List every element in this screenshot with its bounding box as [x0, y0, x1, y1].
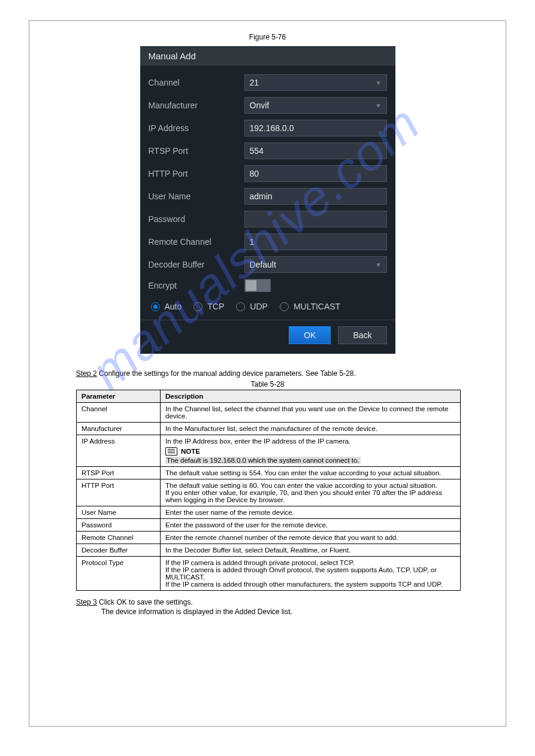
step-2: Step 2 Configure the settings for the ma…	[76, 369, 506, 378]
param-remote: Remote Channel	[77, 532, 161, 544]
encrypt-toggle[interactable]	[244, 279, 271, 292]
step2-text: Configure the settings for the manual ad…	[99, 369, 356, 378]
rtsp-port-value: 554	[250, 146, 264, 156]
step3-label: Step 3	[76, 598, 97, 606]
http-port-label: HTTP Port	[149, 169, 244, 178]
manufacturer-value: Onvif	[250, 101, 270, 110]
username-value: admin	[250, 192, 273, 201]
password-label: Password	[149, 214, 244, 224]
ip-address-input[interactable]: 192.168.0.0	[244, 120, 387, 136]
protocol-radio-group: Auto TCP UDP MULTICAST	[149, 298, 387, 320]
back-button[interactable]: Back	[338, 326, 386, 344]
http-port-value: 80	[250, 169, 259, 178]
param-user: User Name	[77, 506, 161, 519]
ip-address-label: IP Address	[149, 123, 244, 133]
table-caption: Table 5-28	[29, 380, 506, 388]
radio-multicast[interactable]	[280, 302, 289, 311]
table-row: Channel In the Channel list, select the …	[77, 403, 461, 423]
radio-auto-label: Auto	[165, 302, 182, 311]
param-pass: Password	[77, 519, 161, 532]
remote-channel-label: Remote Channel	[149, 237, 244, 247]
desc-protocol: If the IP camera is added through privat…	[161, 557, 461, 591]
table-row: Manufacturer In the Manufacturer list, s…	[77, 423, 461, 435]
desc-pass: Enter the password of the user for the r…	[161, 519, 461, 532]
step3-sub: The device information is displayed in t…	[101, 608, 506, 616]
param-manufacturer: Manufacturer	[77, 423, 161, 435]
step3-text: Click OK to save the settings.	[99, 598, 193, 606]
table-row: RTSP Port The default value setting is 5…	[77, 467, 461, 479]
param-rtsp: RTSP Port	[77, 467, 161, 479]
decoder-buffer-value: Default	[250, 260, 276, 269]
table-row: Protocol Type If the IP camera is added …	[77, 557, 461, 591]
encrypt-label: Encrypt	[149, 281, 244, 290]
ip-address-value: 192.168.0.0	[250, 123, 294, 133]
manual-add-dialog: Manual Add Channel 21 ▼ Manufacturer Onv…	[140, 46, 395, 354]
step-3: Step 3 Click OK to save the settings.	[76, 598, 506, 606]
param-channel: Channel	[77, 403, 161, 423]
parameters-table: Parameter Description Channel In the Cha…	[76, 390, 461, 591]
radio-udp[interactable]	[236, 302, 245, 311]
chevron-down-icon: ▼	[376, 262, 382, 268]
manufacturer-select[interactable]: Onvif ▼	[244, 97, 387, 114]
desc-user: Enter the user name of the remote device…	[161, 506, 461, 519]
remote-channel-value: 1	[250, 237, 255, 247]
desc-decoder: In the Decoder Buffer list, select Defau…	[161, 544, 461, 557]
decoder-buffer-label: Decoder Buffer	[149, 260, 244, 269]
th-parameter: Parameter	[77, 390, 161, 403]
radio-udp-label: UDP	[250, 302, 268, 311]
figure-label: Figure 5-76	[29, 33, 506, 41]
th-description: Description	[161, 390, 461, 403]
remote-channel-input[interactable]: 1	[244, 233, 387, 250]
desc-remote: Enter the remote channel number of the r…	[161, 532, 461, 544]
table-row: HTTP Port The default value setting is 8…	[77, 479, 461, 506]
table-row: Decoder Buffer In the Decoder Buffer lis…	[77, 544, 461, 557]
param-http: HTTP Port	[77, 479, 161, 506]
param-decoder: Decoder Buffer	[77, 544, 161, 557]
step2-label: Step 2	[76, 369, 97, 378]
desc-ip-line1: In the IP Address box, enter the IP addr…	[165, 438, 455, 445]
channel-value: 21	[250, 78, 259, 87]
password-input[interactable]	[244, 211, 387, 227]
desc-manufacturer: In the Manufacturer list, select the man…	[161, 423, 461, 435]
radio-multicast-label: MULTICAST	[294, 302, 340, 311]
channel-label: Channel	[149, 78, 244, 87]
channel-select[interactable]: 21 ▼	[244, 74, 387, 91]
param-ip: IP Address	[77, 435, 161, 467]
toggle-knob	[246, 280, 256, 291]
dialog-title: Manual Add	[140, 46, 395, 66]
desc-rtsp: The default value setting is 554. You ca…	[161, 467, 461, 479]
note-text: The default is 192.168.0.0 which the sys…	[165, 457, 361, 464]
desc-ip: In the IP Address box, enter the IP addr…	[161, 435, 461, 467]
radio-tcp-label: TCP	[207, 302, 224, 311]
radio-auto[interactable]	[151, 302, 160, 311]
rtsp-port-label: RTSP Port	[149, 146, 244, 156]
rtsp-port-input[interactable]: 554	[244, 142, 387, 159]
table-row: Remote Channel Enter the remote channel …	[77, 532, 461, 544]
chevron-down-icon: ▼	[376, 80, 382, 86]
table-row: User Name Enter the user name of the rem…	[77, 506, 461, 519]
chevron-down-icon: ▼	[376, 102, 382, 109]
desc-channel: In the Channel list, select the channel …	[161, 403, 461, 423]
username-label: User Name	[149, 192, 244, 201]
table-row: IP Address In the IP Address box, enter …	[77, 435, 461, 467]
table-row: Password Enter the password of the user …	[77, 519, 461, 532]
param-protocol: Protocol Type	[77, 557, 161, 591]
username-input[interactable]: admin	[244, 188, 387, 205]
http-port-input[interactable]: 80	[244, 165, 387, 182]
note-icon	[165, 447, 177, 456]
manufacturer-label: Manufacturer	[149, 101, 244, 110]
radio-tcp[interactable]	[194, 302, 202, 311]
desc-http: The default value setting is 80. You can…	[161, 479, 461, 506]
ok-button[interactable]: OK	[289, 326, 331, 344]
decoder-buffer-select[interactable]: Default ▼	[244, 256, 387, 273]
note-label: NOTE	[181, 448, 200, 455]
